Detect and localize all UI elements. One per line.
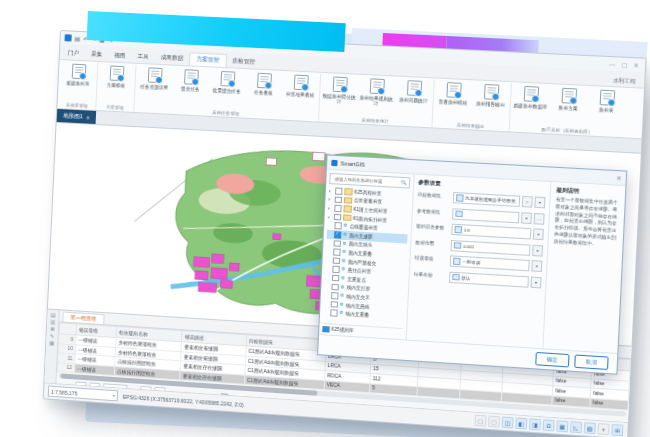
rule-icon: ⚙	[340, 294, 344, 299]
new-qc-database-button[interactable]: 新建质检数据库	[512, 84, 550, 109]
tab-portal[interactable]: 门户	[62, 47, 86, 61]
param-label: 目标数据集	[418, 193, 451, 200]
score-stats-button[interactable]: 数据质检得分统计	[321, 75, 358, 105]
chevron-down-icon[interactable]: ▾	[521, 212, 532, 224]
scale-combo[interactable]: 1:7,585,175 ▾	[48, 386, 118, 402]
task-resource-button[interactable]: 任务资源设置	[136, 66, 172, 91]
grid-icon[interactable]: ▦	[556, 420, 568, 432]
doc-icon	[220, 71, 235, 87]
view-mode-icon[interactable]: ◫	[502, 417, 514, 429]
cancel-button[interactable]: 取消	[574, 354, 608, 370]
zoom-out-icon[interactable]: ◨	[529, 418, 541, 430]
table-tool-icon[interactable]: ▦	[49, 341, 54, 346]
result-name-field[interactable]: 默认	[449, 271, 529, 287]
rule-stats-button[interactable]: 质检结果规则统计	[358, 77, 395, 107]
rule-tree[interactable]: ▸K25高程检查 ▸点状要素检查 ▸K1国土空间检查 ▾K1面内拓扑检查 ⚙点线…	[323, 186, 410, 327]
ribbon-group-task: 任务资源设置 提交任务 批量提交任务 任务看板	[134, 65, 321, 122]
undo-icon[interactable]: ↶	[83, 36, 88, 42]
edit-icon[interactable]: ✎	[108, 37, 113, 43]
measure-icon[interactable]: Ω	[543, 419, 555, 431]
doc-icon	[369, 78, 384, 94]
param-label: 参考数据集	[417, 209, 450, 216]
table-tool-icon[interactable]: ▤	[51, 313, 56, 318]
description-heading: 规则说明	[556, 186, 620, 197]
doc-icon	[332, 76, 347, 92]
rule-icon: ⚙	[339, 302, 343, 307]
qc-plan-button[interactable]: 质检方案	[550, 86, 588, 111]
plan-template-button[interactable]: 方案模板	[98, 64, 134, 89]
submit-task-button[interactable]: 提交任务	[173, 68, 209, 93]
chevron-down-icon[interactable]: ▾	[531, 260, 542, 272]
ribbon-group-plan: 方案模板 方案管理	[96, 63, 136, 112]
range-field[interactable]: 0.001	[450, 239, 530, 255]
table-tool-icon[interactable]: ▥	[50, 320, 55, 325]
chevron-down-icon[interactable]: ▾	[533, 228, 544, 240]
tab-qc-control[interactable]: 质检管控	[226, 55, 262, 69]
tab-result-data[interactable]: 成果数据	[154, 51, 189, 65]
rule-icon: ⚙	[340, 285, 344, 290]
chevron-down-icon[interactable]: ▾	[534, 197, 545, 209]
folder-icon	[343, 197, 352, 204]
result-board-button[interactable]: 检查结果看板	[282, 73, 319, 98]
layout-icon[interactable]: ⊞	[611, 424, 623, 436]
smartgis-dialog: SmartGIS ✕ 🔍 ▸K25高程检查 ▸点状要素检查 ▸K1国土空间检查	[317, 154, 627, 374]
map-document-tab[interactable]: 地形图1 ✕	[57, 109, 97, 124]
scale-value: 1:7,585,175	[51, 388, 78, 396]
task-board-button[interactable]: 任务看板	[245, 71, 282, 96]
close-icon[interactable]: ✕	[86, 114, 90, 120]
qc-table-button[interactable]: 质检表	[588, 88, 626, 113]
angle-icon[interactable]: ◺	[570, 421, 582, 433]
rule-icon: ⚙	[341, 276, 345, 281]
search-input[interactable]	[332, 175, 399, 186]
add-icon[interactable]: ＋	[522, 196, 533, 208]
workspace-icon[interactable]: ▦	[99, 36, 105, 42]
param-label: 结果名称	[414, 272, 447, 279]
ribbon-button-label: 质检方案	[558, 105, 578, 111]
marketing-scene: ▤ ↶ ↷ ▦ ✎ — ▢ ✕ 门户 采集 视图 工具 成果数据 方案管控 质检…	[0, 0, 650, 437]
doc-icon	[147, 67, 162, 83]
coordinates-label: EPSG:4326 (X:37563719.6022, Y:4005985.22…	[123, 393, 244, 407]
save-icon[interactable]: ▤	[74, 35, 80, 41]
ok-button[interactable]: 确定	[535, 352, 569, 368]
tab-collect[interactable]: 采集	[85, 48, 109, 62]
batch-submit-button[interactable]: 批量提交任务	[209, 69, 246, 94]
zoom-in-icon[interactable]: ◧	[515, 417, 527, 429]
dialog-title: SmartGIS	[340, 160, 365, 167]
table-tool-icon[interactable]: ✎	[50, 334, 54, 339]
close-icon[interactable]: ✕	[616, 174, 622, 182]
app-window: ▤ ↶ ↷ ▦ ✎ — ▢ ✕ 门户 采集 视图 工具 成果数据 方案管控 质检…	[43, 30, 647, 437]
doc-icon	[257, 73, 272, 89]
ribbon-group-output: 查看质检模板 质检报告输出 质检结果输出	[432, 79, 512, 131]
report-output-button[interactable]: 质检报告输出	[472, 82, 510, 107]
select-icon[interactable]: ▢	[474, 415, 486, 427]
error-level-field[interactable]: 一般错误	[450, 255, 530, 271]
window-controls[interactable]: — ▢ ✕	[609, 60, 641, 69]
footer-checkbox[interactable]	[322, 326, 329, 333]
table-tool-icon[interactable]: ⊞	[50, 327, 54, 332]
layers-icon[interactable]: ▨	[584, 422, 596, 434]
issue-stats-button[interactable]: 质检问题统计	[395, 79, 432, 104]
value-icon	[454, 226, 461, 233]
tab-tools[interactable]: 工具	[131, 50, 155, 64]
rule-icon: ⚙	[343, 233, 347, 238]
value-icon	[453, 258, 460, 265]
chevron-down-icon[interactable]: ▾	[531, 276, 542, 288]
tab-plan-control[interactable]: 方案管控	[189, 52, 226, 67]
browse-icon[interactable]: …	[534, 212, 545, 224]
redo-icon[interactable]: ↷	[91, 36, 96, 42]
tolerance-field[interactable]: 0.6	[451, 224, 531, 240]
new-qc-library-button[interactable]: 新建质检库	[60, 62, 96, 87]
target-dataset-field[interactable]: 九龙坡街道聚合评估图层_0.6	[453, 192, 520, 207]
pan-icon[interactable]: ▢	[488, 416, 500, 428]
reference-dataset-field[interactable]	[452, 208, 519, 223]
ribbon-button-label: 任务看板	[254, 89, 273, 95]
content-area: ▤ ▥ ⊞ ✎ ▦ 第一检查组	[44, 123, 640, 422]
chevron-down-icon[interactable]: ▾	[532, 244, 543, 256]
description-text: 检查一个面数据集中任意两个面对象之间是否存在缝隙。要求相邻面对象之间不能存在缝隙…	[554, 197, 620, 249]
doc-icon	[446, 82, 461, 98]
view-template-button[interactable]: 查看质检模板	[435, 81, 473, 106]
tab-view[interactable]: 视图	[108, 49, 132, 63]
map-dropdown-icon[interactable]: ▾	[597, 423, 609, 435]
ribbon-button-label: 任务资源设置	[140, 84, 168, 91]
ribbon-button-label: 质检问题统计	[399, 97, 428, 104]
